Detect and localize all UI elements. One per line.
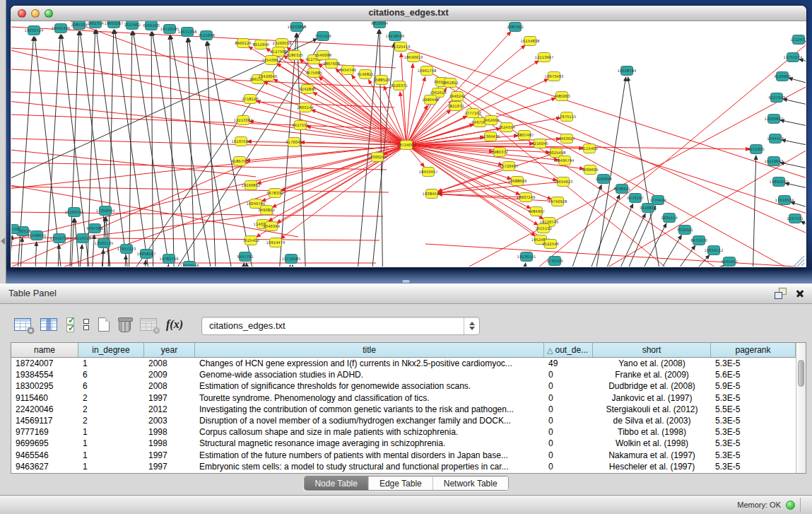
- delete-table-button[interactable]: ✕: [140, 318, 157, 331]
- new-column-button[interactable]: [98, 317, 110, 332]
- graph-node[interactable]: 1821072: [447, 102, 464, 111]
- graph-node[interactable]: 19166852: [242, 181, 261, 190]
- graph-node[interactable]: 7485063: [553, 92, 570, 101]
- graph-node[interactable]: 16033809: [288, 23, 307, 32]
- tab-node-table[interactable]: Node Table: [304, 477, 369, 490]
- graph-node[interactable]: 8220371: [391, 81, 408, 90]
- graph-node[interactable]: 19136141: [517, 252, 536, 262]
- graph-node[interactable]: 9699695: [582, 165, 599, 175]
- graph-node[interactable]: 12093822: [765, 115, 784, 124]
- graph-node[interactable]: 5678332: [266, 189, 283, 198]
- table-selector-dropdown[interactable]: citations_edges.txt: [201, 317, 480, 335]
- memory-status-indicator[interactable]: [786, 501, 795, 510]
- graph-node[interactable]: 15892971: [770, 177, 789, 187]
- left-panel-collapse-handle[interactable]: [1, 238, 5, 245]
- table-row[interactable]: 977716911998Corpus callosum shape and si…: [11, 426, 796, 438]
- table-row[interactable]: 1938455462009Genome-wide association stu…: [11, 369, 796, 380]
- graph-node[interactable]: 1990448: [422, 95, 439, 105]
- graph-node[interactable]: 9170041: [286, 138, 302, 147]
- column-header-year[interactable]: year: [144, 343, 195, 357]
- panel-splitter-handle[interactable]: [402, 280, 410, 283]
- graph-node[interactable]: 22260558: [273, 39, 293, 48]
- graph-node[interactable]: 1546098: [314, 51, 331, 60]
- function-builder-button[interactable]: f(x): [166, 318, 183, 331]
- graph-node[interactable]: 1902314: [87, 21, 104, 28]
- graph-node[interactable]: 7515938: [198, 31, 215, 40]
- graph-node[interactable]: 9242845: [299, 85, 316, 94]
- unselect-all-columns-button[interactable]: [83, 319, 89, 330]
- table-row[interactable]: 946362711997Embryonic stem cells: a mode…: [11, 461, 796, 472]
- graph-node[interactable]: 1774444: [649, 196, 666, 205]
- graph-node[interactable]: 7940241: [449, 92, 466, 101]
- graph-node[interactable]: 1167531: [787, 214, 804, 223]
- graph-node[interactable]: 10653267: [105, 21, 124, 28]
- graph-node[interactable]: 19355724: [25, 26, 45, 35]
- graph-node[interactable]: 2522546: [542, 240, 559, 249]
- graph-node[interactable]: 2777163: [464, 109, 481, 118]
- column-header-name[interactable]: name: [11, 343, 78, 357]
- graph-node[interactable]: 1344413: [767, 134, 784, 144]
- graph-node[interactable]: 17016504: [775, 196, 795, 205]
- graph-node[interactable]: 8813054: [371, 21, 388, 28]
- graph-node[interactable]: 15716485: [282, 255, 301, 264]
- graph-node[interactable]: 12923448: [180, 262, 200, 267]
- graph-node[interactable]: 20691406: [52, 24, 71, 33]
- graph-node[interactable]: 9186756: [231, 157, 248, 166]
- network-canvas[interactable]: 1935572420691406208533419023141065326713…: [11, 21, 806, 267]
- graph-node[interactable]: 17359934: [96, 206, 116, 216]
- scrollbar-thumb[interactable]: [798, 360, 804, 387]
- graph-node[interactable]: 10807487: [515, 131, 534, 140]
- graph-node[interactable]: 1861812: [442, 78, 459, 88]
- graph-node[interactable]: 8215955: [748, 145, 765, 154]
- table-row[interactable]: 1456911722003Disruption of a novel membe…: [11, 415, 796, 426]
- show-columns-button[interactable]: [40, 318, 57, 331]
- graph-node[interactable]: 15751074: [784, 53, 804, 62]
- column-header-in_degree[interactable]: in_degree: [78, 343, 144, 357]
- graph-node[interactable]: 7986372: [491, 148, 508, 157]
- graph-node[interactable]: 2085334: [71, 21, 88, 30]
- tab-network-table[interactable]: Network Table: [433, 477, 508, 490]
- column-header-pagerank[interactable]: pagerank: [711, 343, 796, 357]
- vertical-scrollbar[interactable]: [796, 343, 806, 473]
- graph-node[interactable]: 2718126: [242, 95, 259, 104]
- graph-node[interactable]: 7557224: [314, 32, 331, 41]
- column-header-out_de[interactable]: △out_de...: [544, 343, 593, 357]
- graph-node[interactable]: 19384554: [423, 189, 442, 199]
- graph-node[interactable]: 9127508: [270, 47, 287, 57]
- graph-node[interactable]: 1640954: [595, 175, 612, 184]
- graph-node[interactable]: 9245652: [721, 257, 738, 267]
- graph-node[interactable]: 1327602: [124, 21, 141, 30]
- graph-node[interactable]: 1733426: [546, 257, 563, 266]
- graph-node[interactable]: 9463627: [558, 134, 575, 144]
- graph-node[interactable]: 7632621: [676, 226, 693, 235]
- graph-node[interactable]: 14671358: [178, 28, 198, 37]
- graph-node[interactable]: 12213967: [535, 53, 554, 62]
- graph-node[interactable]: 16961758: [418, 66, 437, 76]
- graph-node[interactable]: 3624554: [498, 123, 515, 132]
- graph-node[interactable]: 2935114: [661, 214, 678, 223]
- graph-node[interactable]: 9340349: [263, 222, 280, 231]
- graph-node[interactable]: 9484067: [528, 207, 545, 216]
- table-row[interactable]: 946554611997Estimation of the future num…: [11, 450, 796, 461]
- graph-node[interactable]: 19756928: [548, 197, 568, 206]
- table-row[interactable]: 911546021997Tourette syndrome. Phenomeno…: [11, 392, 796, 404]
- graph-node[interactable]: 2803144: [297, 103, 314, 112]
- graph-node[interactable]: 8912954: [252, 40, 269, 49]
- graph-node[interactable]: 10719185: [160, 25, 180, 34]
- graph-node[interactable]: 6466160: [143, 21, 160, 30]
- window-resize-grip[interactable]: [794, 256, 804, 266]
- graph-node[interactable]: 19218506: [386, 32, 406, 41]
- select-all-columns-button[interactable]: [66, 317, 74, 332]
- graph-node[interactable]: 9457791: [237, 252, 254, 262]
- float-panel-icon[interactable]: [775, 288, 787, 299]
- graph-node[interactable]: 9227343: [768, 93, 785, 103]
- column-header-short[interactable]: short: [593, 343, 711, 357]
- table-row[interactable]: 969969511998Structural magnetic resonanc…: [11, 438, 796, 449]
- graph-node[interactable]: 6479197: [627, 194, 644, 203]
- graph-node[interactable]: 9146821: [357, 70, 374, 79]
- graph-node[interactable]: 16648784: [618, 66, 637, 76]
- graph-node[interactable]: 12505135: [95, 239, 114, 248]
- graph-node[interactable]: 2867608: [323, 59, 340, 69]
- graph-node[interactable]: 6216045: [531, 139, 548, 148]
- network-window[interactable]: citations_edges.txt 19355724206914062085…: [11, 6, 806, 267]
